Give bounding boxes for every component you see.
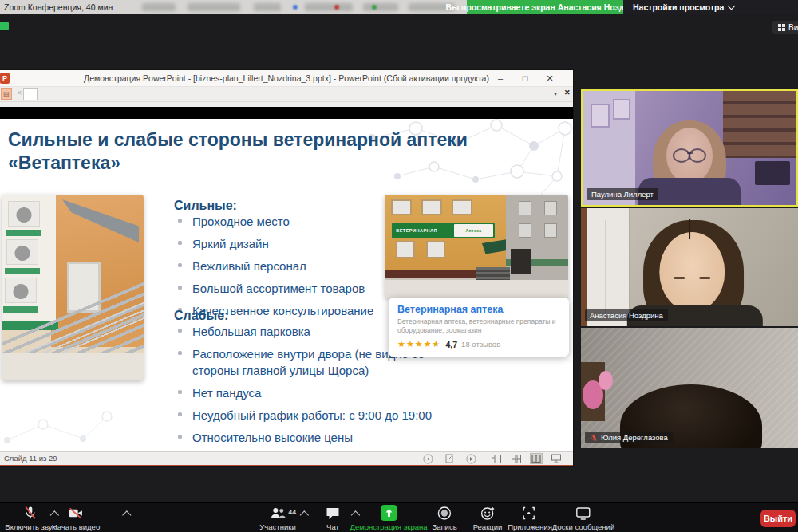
sign-logo: Аптека [454, 224, 493, 237]
apps-label: Приложения [508, 522, 552, 531]
unmute-label: Включить звук [5, 522, 55, 531]
weaknesses-header: Слабые: [174, 309, 228, 323]
start-video-button[interactable]: Начать видео [52, 506, 100, 531]
network-pattern-decoration [0, 392, 115, 451]
door-line [605, 220, 606, 314]
small-close-icon[interactable]: ✕ [17, 89, 22, 97]
chat-button[interactable]: Чат [326, 506, 341, 531]
previous-slide-icon[interactable] [421, 453, 434, 464]
chat-icon [326, 506, 341, 521]
animal-mural [5, 278, 37, 303]
sign-text: ВЕТЕРИНАРНАЯ [396, 228, 437, 233]
blurred-ui-blob [254, 3, 281, 11]
close-button[interactable]: ✕ [539, 70, 560, 86]
participant-name: Анастасия Ноздрина [590, 311, 663, 320]
camera-muted-icon [52, 506, 100, 521]
half-star-icon: ★★ [433, 340, 442, 349]
reading-view-icon[interactable] [530, 453, 543, 464]
record-button[interactable]: Запись [432, 506, 456, 531]
eye [699, 277, 710, 279]
chevron-up-icon[interactable] [122, 510, 131, 519]
dropdown-arrow-icon[interactable]: ▾ [554, 90, 557, 97]
participant-video-yulia[interactable]: Юлия Дереглазова [581, 328, 798, 448]
strengths-header: Сильные: [174, 199, 237, 213]
eye [674, 277, 685, 279]
whiteboards-label: Доски сообщений [552, 522, 614, 531]
green-trim [3, 306, 38, 313]
review-card-subtitle: Ветеринарная аптека, ветеринарные препар… [397, 317, 560, 336]
blurred-red-dot [334, 5, 339, 10]
green-trim [5, 268, 40, 274]
minimize-button[interactable]: – [490, 70, 511, 86]
window [421, 199, 442, 215]
record-icon [432, 506, 456, 521]
star-icon: ★ [397, 339, 406, 349]
unmute-button[interactable]: Включить звук [5, 506, 55, 531]
list-item: Нет пандуса [174, 384, 471, 401]
normal-view-icon[interactable] [490, 453, 503, 464]
blurred-green-dot [372, 5, 377, 10]
viewing-screen-banner: Вы просматриваете экран Анастасия Ноздри… [467, 0, 623, 14]
rating-value: 4,7 [446, 340, 458, 349]
star-rating: ★★★★★★ [397, 340, 442, 349]
blurred-ui-blob [305, 3, 353, 11]
animal-mural [8, 201, 40, 227]
review-card-title[interactable]: Ветеринарная аптека [397, 304, 560, 315]
pen-menu-icon[interactable] [443, 453, 456, 464]
dark-archway [511, 249, 531, 274]
slide-sorter-icon[interactable] [510, 453, 523, 464]
whiteboards-button[interactable]: Доски сообщений [552, 506, 614, 531]
participant-name-label: Юлия Дереглазова [585, 432, 673, 443]
window [391, 199, 412, 215]
start-video-label: Начать видео [52, 522, 100, 531]
maximize-button[interactable]: □ [515, 70, 535, 86]
slide-nav-group [421, 453, 477, 464]
participants-button[interactable]: Участники 44 [259, 506, 295, 531]
whiteboards-icon [552, 506, 614, 521]
reactions-button[interactable]: Реакции [473, 506, 503, 531]
slide-counter: Слайд 11 из 29 [4, 454, 57, 463]
view-layout-button[interactable]: Вид [772, 21, 798, 34]
leave-button[interactable]: Выйти [760, 510, 796, 527]
view-settings-dropdown[interactable]: Настройки просмотра [623, 0, 798, 14]
reviews-count: 18 отзывов [461, 340, 500, 349]
green-camera-icon [0, 22, 9, 30]
window [544, 201, 557, 215]
blurred-blue-dot [293, 5, 298, 10]
hair-part [689, 219, 690, 239]
participant-name-label: Паулина Лиллерт [587, 188, 658, 200]
chevron-down-icon [728, 2, 736, 10]
powerpoint-window-title: Демонстрация PowerPoint - [biznes-plan_L… [0, 70, 573, 86]
wood-strip [581, 208, 587, 326]
list-item: Неудобный график работы: с 9:00 до 19:00 [174, 407, 471, 424]
participant-name: Паулина Лиллерт [591, 190, 654, 199]
participants-count-badge: 44 [288, 508, 296, 516]
apps-button[interactable]: Приложения [508, 506, 552, 531]
animal-mural [6, 239, 38, 265]
star-icon: ★ [406, 339, 415, 349]
participant-video-paulina[interactable]: Паулина Лиллерт [581, 89, 798, 207]
participant-name-label: Анастасия Ноздрина [585, 309, 668, 321]
presenter-tool-icon[interactable]: ▤ [1, 88, 12, 100]
view-buttons-group [490, 453, 563, 464]
participant-name: Юлия Дереглазова [601, 433, 668, 442]
powerpoint-title-bar: P Демонстрация PowerPoint - [biznes-plan… [0, 70, 573, 87]
slideshow-view-icon[interactable] [550, 453, 563, 464]
slide-area: Сильные и слабые стороны ветеринарной ап… [0, 119, 573, 451]
share-screen-button[interactable]: Демонстрация экрана [350, 506, 427, 531]
window [544, 223, 557, 238]
person-face [659, 232, 725, 312]
participant-video-anastasia[interactable]: Анастасия Ноздрина [581, 208, 798, 326]
pharmacy-sign: ВЕТЕРИНАРНАЯ Аптека [392, 223, 495, 238]
toolbar-close-icon[interactable]: ✕ [564, 89, 571, 97]
reactions-icon [473, 506, 503, 521]
mic-muted-icon [5, 506, 55, 521]
next-slide-icon[interactable] [464, 453, 477, 464]
review-card: Ветеринарная аптека Ветеринарная аптека,… [389, 298, 569, 357]
list-item: Относительно высокие цены [174, 429, 471, 446]
star-icon: ★ [415, 339, 424, 349]
chevron-up-icon[interactable] [300, 510, 309, 519]
white-door [587, 208, 630, 326]
grid-icon [778, 24, 785, 31]
zoom-toolbar: Включить звук Начать видео Участники 44 [0, 502, 798, 532]
